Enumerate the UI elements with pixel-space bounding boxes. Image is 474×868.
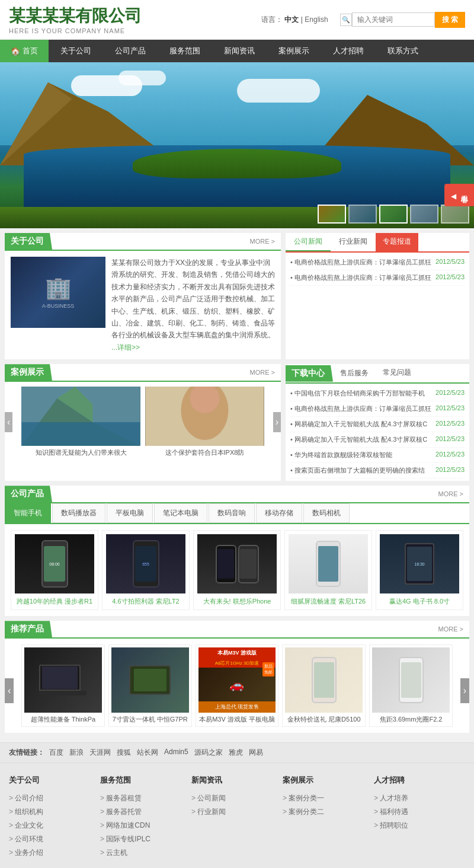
product-item-0[interactable]: 08:00 跨越10年的经典 漫步者R1 bbox=[11, 530, 98, 610]
cases-prev-button[interactable]: ‹ bbox=[5, 412, 12, 432]
friend-link-0[interactable]: 百度 bbox=[49, 748, 63, 758]
download-tab-aftersales[interactable]: 售后服务 bbox=[333, 365, 376, 382]
lang-zh-link[interactable]: 中文 bbox=[284, 15, 299, 24]
news-item-text-2[interactable]: 电商价格战煎熬上游供应商：订单瀑缩员工抓狂 bbox=[290, 273, 432, 282]
nav-item-services[interactable]: 服务范围 bbox=[158, 40, 212, 62]
friend-link-3[interactable]: 搜狐 bbox=[117, 748, 131, 758]
cases-more-link[interactable]: MORE > bbox=[250, 369, 281, 376]
download-text-6[interactable]: 搜索页面右侧增加了大篇幅的更明确的搜索结 bbox=[290, 466, 432, 475]
company-subtitle: HERE IS YOUR COMPANY NAME bbox=[9, 27, 142, 34]
lang-en-link[interactable]: English bbox=[305, 15, 328, 24]
friend-link-4[interactable]: 站长网 bbox=[137, 748, 158, 758]
rec-item-3[interactable]: 金秋特价送礼 尼康D5100 bbox=[282, 644, 366, 727]
banner-thumb-5[interactable] bbox=[441, 205, 469, 224]
download-text-3[interactable]: 网易确定加入千元智能机大战 配4.3寸屏双核C bbox=[290, 420, 432, 429]
footer-link-services-3[interactable]: 国际专线IPLC bbox=[100, 832, 191, 846]
footer-link-services-1[interactable]: 服务器托管 bbox=[100, 805, 191, 819]
rec-item-4[interactable]: 焦距3.69mm光圈F2.2 bbox=[369, 644, 453, 727]
footer-col-title-3: 案例展示 bbox=[283, 775, 374, 786]
rec-item-2[interactable]: 本易M3V 游戏版 A8芯片1GHz 3D加速 🚗 上海总代 现货发售 新品免邮… bbox=[196, 644, 279, 727]
footer-link-recruit-1[interactable]: 福利待遇 bbox=[374, 805, 465, 819]
cs-button[interactable]: 客服中心 ◀ bbox=[444, 184, 474, 206]
products-tab-3[interactable]: 笔记本电脑 bbox=[154, 503, 207, 523]
rec-prev-button[interactable]: ‹ bbox=[5, 678, 14, 703]
phone-shape-rec3 bbox=[312, 657, 337, 703]
nav-item-home[interactable]: 🏠 首页 bbox=[0, 40, 49, 62]
footer-link-about-2[interactable]: 企业文化 bbox=[9, 819, 100, 832]
news-tab-special[interactable]: 专题报道 bbox=[376, 233, 418, 251]
lang-label: 语言： bbox=[261, 15, 283, 24]
recommended-more-link[interactable]: MORE > bbox=[438, 626, 469, 633]
news-tab-industry[interactable]: 行业新闻 bbox=[331, 233, 376, 251]
download-text-4[interactable]: 网易确定加入千元智能机大战 配4.3寸屏双核C bbox=[290, 435, 432, 444]
download-text-1[interactable]: 中国电信下月联合经销商采购千万部智能手机 bbox=[290, 389, 432, 398]
products-tab-2[interactable]: 平板电脑 bbox=[107, 503, 153, 523]
cases-inner: ‹ 知识图谱无疑能为人们带来很大 bbox=[5, 382, 281, 462]
footer-link-cases-1[interactable]: 案例分类二 bbox=[283, 805, 374, 819]
products-tab-1[interactable]: 数码播放器 bbox=[52, 503, 105, 523]
recommended-title: 推荐产品 bbox=[5, 621, 52, 637]
footer-link-about-4[interactable]: 业务介绍 bbox=[9, 846, 100, 860]
cs-sidebar[interactable]: 客服中心 ◀ bbox=[444, 184, 474, 206]
download-text-2[interactable]: 电商价格战煎熬上游供应商：订单瀑缩员工抓狂 bbox=[290, 404, 432, 413]
news-item-text-1[interactable]: 电商价格战煎熬上游供应商：订单瀑缩员工抓狂 bbox=[290, 258, 432, 267]
friend-link-7[interactable]: 雅虎 bbox=[229, 748, 243, 758]
rec-img-1 bbox=[111, 647, 189, 713]
product-item-4[interactable]: 18:30 赢达4G 电子书 8.0寸 bbox=[376, 530, 463, 610]
friend-link-5[interactable]: Admin5 bbox=[164, 748, 188, 758]
footer-col-list-1: 服务器租赁 服务器托管 网络加速CDN 国际专线IPLC 云主机 bbox=[100, 792, 191, 860]
product-item-3[interactable]: 细腻屏流畅速度 索尼LT26 bbox=[284, 530, 372, 610]
nav-item-products[interactable]: 公司产品 bbox=[103, 40, 158, 62]
product-item-1[interactable]: 655 4.6寸拍照利器 索尼LT2 bbox=[102, 530, 190, 610]
news-tab-company[interactable]: 公司新闻 bbox=[286, 233, 331, 251]
download-item-1: 中国电信下月联合经销商采购千万部智能手机 2012/5/23 bbox=[290, 386, 465, 401]
footer-link-recruit-2[interactable]: 招聘职位 bbox=[374, 819, 465, 832]
products-tab-0[interactable]: 智能手机 bbox=[5, 503, 51, 523]
footer-link-about-1[interactable]: 组织机构 bbox=[9, 805, 100, 819]
about-header: 关于公司 MORE > bbox=[5, 233, 281, 251]
footer-link-about-3[interactable]: 公司环境 bbox=[9, 832, 100, 846]
products-more-link[interactable]: MORE > bbox=[438, 490, 469, 497]
banner-thumb-2[interactable] bbox=[348, 205, 377, 224]
banner-thumb-4[interactable] bbox=[410, 205, 438, 224]
banner-thumb-1[interactable] bbox=[318, 205, 346, 224]
product-item-2[interactable]: 大有来头! 联想乐Phone bbox=[193, 530, 281, 610]
about-img-overlay: 🏢 A-BUSINESS bbox=[11, 257, 105, 328]
about-detail-link[interactable]: ...详细>> bbox=[111, 343, 140, 352]
rec-item-1[interactable]: 7寸雷达一体机 中恒G7PR bbox=[108, 644, 192, 727]
download-tab-faq[interactable]: 常见问题 bbox=[376, 364, 418, 382]
nav-item-news[interactable]: 新闻资讯 bbox=[212, 40, 267, 62]
nav-item-recruit[interactable]: 人才招聘 bbox=[321, 40, 376, 62]
cases-next-button[interactable]: › bbox=[273, 412, 281, 432]
footer-link-services-2[interactable]: 网络加速CDN bbox=[100, 819, 191, 832]
rec-name-4: 焦距3.69mm光圈F2.2 bbox=[372, 715, 450, 724]
footer-link-services-4[interactable]: 云主机 bbox=[100, 846, 191, 860]
footer-link-news-0[interactable]: 公司新闻 bbox=[191, 792, 283, 805]
footer-link-news-1[interactable]: 行业新闻 bbox=[191, 805, 283, 819]
search-input[interactable] bbox=[352, 12, 435, 27]
friend-link-6[interactable]: 源码之家 bbox=[194, 748, 223, 758]
footer-link-recruit-0[interactable]: 人才培养 bbox=[374, 792, 465, 805]
about-more-link[interactable]: MORE > bbox=[250, 238, 281, 245]
nav-item-contact[interactable]: 联系方式 bbox=[376, 40, 430, 62]
footer-link-about-0[interactable]: 公司介绍 bbox=[9, 792, 100, 805]
nav-item-about[interactable]: 关于公司 bbox=[49, 40, 103, 62]
friend-link-1[interactable]: 新浪 bbox=[69, 748, 84, 758]
footer-link-services-0[interactable]: 服务器租赁 bbox=[100, 792, 191, 805]
nav-item-cases[interactable]: 案例展示 bbox=[267, 40, 321, 62]
rec-next-button[interactable]: › bbox=[460, 678, 469, 703]
banner-thumb-3[interactable] bbox=[379, 205, 408, 224]
search-button[interactable]: 搜 索 bbox=[435, 12, 465, 28]
banner-island bbox=[133, 149, 341, 178]
download-text-5[interactable]: 华为终端首款旗舰级轻薄双核智能 bbox=[290, 451, 432, 459]
products-tab-4[interactable]: 数码音响 bbox=[209, 503, 255, 523]
rec-item-0[interactable]: 超薄性能兼备 ThinkPa bbox=[21, 644, 105, 727]
nav-label-products: 公司产品 bbox=[115, 46, 146, 56]
products-tab-5[interactable]: 移动存储 bbox=[256, 503, 302, 523]
footer-link-cases-0[interactable]: 案例分类一 bbox=[283, 792, 374, 805]
products-tab-6[interactable]: 数码相机 bbox=[303, 503, 350, 523]
tablet-shape-0: 18:30 bbox=[405, 543, 434, 585]
friend-link-8[interactable]: 网易 bbox=[249, 748, 263, 758]
search-icon: 🔍 bbox=[340, 14, 352, 26]
friend-link-2[interactable]: 天涯网 bbox=[89, 748, 111, 758]
